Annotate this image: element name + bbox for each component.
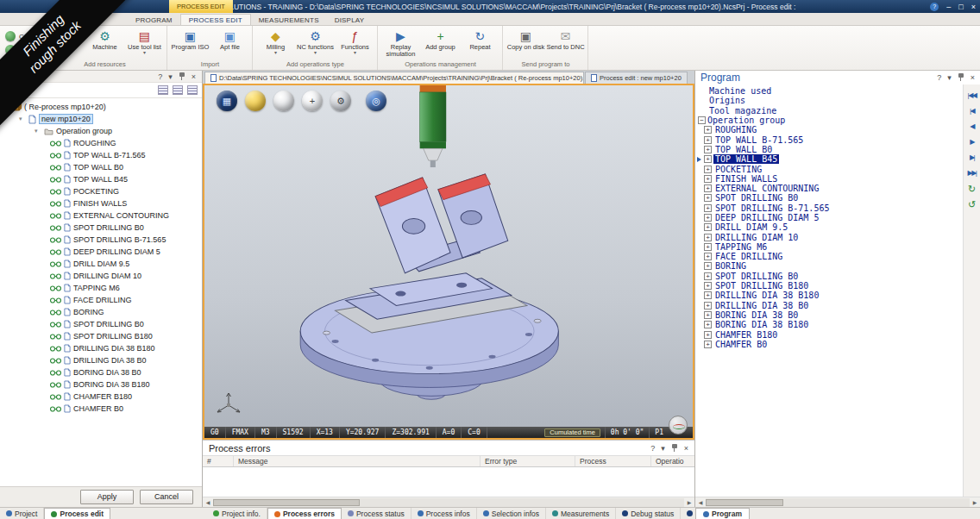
program-bottom-tab[interactable]: Program bbox=[695, 508, 750, 519]
minimize-icon[interactable]: – bbox=[946, 3, 951, 11]
expand-icon[interactable]: + bbox=[704, 331, 712, 339]
expand-icon[interactable]: + bbox=[704, 253, 712, 260]
ribbon-button[interactable]: ▶ Replay simulation bbox=[380, 28, 420, 59]
operation-row[interactable]: FACE DRILLING bbox=[0, 294, 202, 306]
info-tab[interactable]: Process errors bbox=[267, 508, 342, 519]
operation-row[interactable]: TOP WALL B-71.565 bbox=[0, 149, 202, 161]
operation-row[interactable]: DRILL DIAM 9.5 bbox=[0, 258, 202, 270]
operation-row[interactable]: BORING DIA 38 B180 bbox=[0, 378, 202, 391]
expand-icon[interactable]: + bbox=[704, 194, 712, 202]
operation-row[interactable]: TOP WALL B0 bbox=[0, 161, 202, 173]
column-header[interactable]: Process bbox=[575, 456, 651, 466]
expand-icon[interactable]: + bbox=[704, 175, 712, 183]
document-tab-process-edit[interactable]: Process edit : new mp10+20 bbox=[585, 72, 688, 84]
info-tab[interactable]: Debug status bbox=[616, 508, 681, 519]
compass-icon[interactable]: ◎ bbox=[366, 91, 386, 111]
program-operation-row[interactable]: + TOP WALL B-71.565 bbox=[697, 134, 963, 144]
ribbon-button[interactable]: ◆ Milling ▾ bbox=[255, 28, 295, 55]
close-icon[interactable]: × bbox=[971, 3, 976, 11]
operation-row[interactable]: POCKETING bbox=[0, 185, 202, 197]
program-tree-item[interactable]: Machine used bbox=[697, 86, 963, 96]
viewport-3d[interactable]: ▦ + ⚙ ◎ bbox=[203, 84, 694, 440]
help-icon[interactable]: ? bbox=[650, 444, 655, 453]
gear-icon[interactable]: ⚙ bbox=[330, 91, 351, 111]
ribbon-button[interactable]: ▣ Copy on disk bbox=[506, 28, 545, 51]
step-back-icon[interactable]: ◀ bbox=[970, 122, 974, 131]
expand-icon[interactable]: + bbox=[704, 272, 712, 280]
chevron-down-icon[interactable]: ▾ bbox=[15, 87, 18, 94]
pin-icon[interactable] bbox=[958, 73, 964, 82]
stock-ball-icon[interactable] bbox=[273, 91, 294, 111]
operation-row[interactable]: TAPPING M6 bbox=[0, 282, 202, 294]
operation-row[interactable]: FINISH WALLS bbox=[0, 197, 202, 209]
tree-item-operation-group[interactable]: ▾ Operation group bbox=[0, 125, 202, 137]
expand-icon[interactable]: + bbox=[704, 223, 712, 231]
menu-icon[interactable]: ▾ bbox=[947, 73, 952, 82]
program-operation-row[interactable]: + DRILLING DIA 38 B180 bbox=[697, 291, 963, 300]
program-operation-row[interactable]: + CHAMFER B0 bbox=[697, 340, 963, 349]
operation-row[interactable]: CHAMFER B180 bbox=[0, 391, 202, 403]
tree-root[interactable]: ▾ ( Re-process mp10+20) bbox=[0, 101, 202, 113]
expand-icon[interactable]: + bbox=[704, 311, 712, 319]
expander-icon[interactable]: ▾ bbox=[19, 116, 26, 122]
expand-icon[interactable]: + bbox=[704, 341, 712, 348]
refresh-icon[interactable]: ↺ bbox=[968, 200, 976, 209]
play-icon[interactable]: ▶ bbox=[970, 138, 974, 147]
orbit-widget[interactable] bbox=[669, 416, 688, 435]
operation-row[interactable]: DRILLING DIAM 10 bbox=[0, 270, 202, 282]
program-operation-row[interactable]: + FINISH WALLS bbox=[697, 174, 963, 184]
expand-icon[interactable]: + bbox=[704, 146, 712, 153]
column-header[interactable]: Message bbox=[234, 456, 481, 466]
operation-row[interactable]: SPOT DRILLING B0 bbox=[0, 222, 202, 234]
expand-icon[interactable]: + bbox=[704, 136, 712, 144]
skip-last-icon[interactable]: ▶▶| bbox=[968, 169, 977, 178]
expand-icon[interactable]: + bbox=[704, 302, 712, 310]
help-icon[interactable]: ? bbox=[937, 73, 941, 82]
column-header[interactable]: Operatio bbox=[651, 456, 694, 466]
workspace-tab[interactable]: Project bbox=[0, 508, 44, 519]
operation-row[interactable]: ROUGHING bbox=[0, 137, 202, 149]
program-operation-row[interactable]: + SPOT DRILLING B180 bbox=[697, 281, 963, 291]
tool-ball-icon[interactable] bbox=[245, 91, 266, 111]
expand-icon[interactable]: + bbox=[704, 214, 712, 222]
scrollbar-thumb[interactable] bbox=[213, 499, 360, 506]
horizontal-scrollbar[interactable]: ◀ ▶ bbox=[203, 497, 694, 507]
program-operation-row[interactable]: + SPOT DRILLING B0 bbox=[697, 272, 963, 281]
tree-item-new-process[interactable]: ▾ new mp10+20 bbox=[0, 113, 202, 125]
clipboard-button[interactable]: Paste bbox=[3, 44, 39, 56]
program-operation-row[interactable]: + TOP WALL B45 bbox=[697, 154, 963, 164]
program-operation-row[interactable]: + TAPPING M6 bbox=[697, 242, 963, 252]
ribbon-button[interactable]: ▦ Setup bbox=[45, 28, 85, 51]
expand-icon[interactable]: + bbox=[704, 262, 712, 270]
machine-view-icon[interactable]: ▦ bbox=[217, 91, 237, 111]
program-operation-row[interactable]: + DRILLING DIA 38 B0 bbox=[697, 301, 963, 310]
clipboard-button[interactable]: Copy bbox=[3, 30, 38, 42]
program-tree-group[interactable]: − Operation group bbox=[697, 116, 963, 125]
program-operation-row[interactable]: + POCKETING bbox=[697, 164, 963, 173]
info-tab[interactable]: Process infos bbox=[411, 508, 477, 519]
collapse-icon[interactable]: − bbox=[698, 116, 706, 124]
expander-icon[interactable]: ▾ bbox=[35, 128, 41, 134]
program-operation-row[interactable]: + DRILLING DIAM 10 bbox=[697, 232, 963, 241]
expand-icon[interactable]: + bbox=[704, 282, 712, 290]
ribbon-button[interactable]: ⚙ NC functions ▾ bbox=[295, 28, 335, 55]
scroll-left-icon[interactable]: ◀ bbox=[695, 499, 706, 505]
zoom-icon[interactable]: + bbox=[302, 91, 323, 111]
operation-row[interactable]: DRILLING DIA 38 B0 bbox=[0, 354, 202, 366]
layout-tree-icon[interactable] bbox=[187, 85, 198, 95]
help-icon[interactable]: ? bbox=[930, 3, 939, 11]
help-icon[interactable]: ? bbox=[158, 72, 162, 81]
scroll-right-icon[interactable]: ▶ bbox=[970, 499, 980, 505]
workspace-tab[interactable]: Process edit bbox=[44, 508, 110, 519]
scroll-right-icon[interactable]: ▶ bbox=[684, 499, 694, 505]
horizontal-scrollbar[interactable]: ◀ ▶ bbox=[695, 497, 980, 507]
program-operation-row[interactable]: + ROUGHING bbox=[697, 125, 963, 134]
expand-icon[interactable]: + bbox=[704, 184, 712, 192]
layout-list-icon[interactable] bbox=[158, 85, 168, 95]
program-operation-row[interactable]: + SPOT DRILLING B-71.565 bbox=[697, 203, 963, 213]
expand-icon[interactable]: + bbox=[704, 234, 712, 241]
apply-button[interactable]: Apply bbox=[80, 490, 134, 504]
ribbon-button[interactable]: ƒ Functions ▾ bbox=[335, 28, 374, 55]
prev-block-icon[interactable]: |◀ bbox=[970, 107, 974, 116]
menu-icon[interactable]: ▾ bbox=[661, 444, 665, 453]
